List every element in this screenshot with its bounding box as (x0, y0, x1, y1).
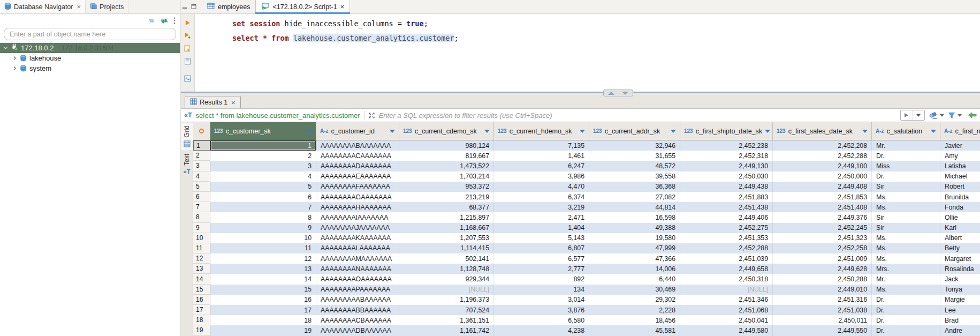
grid-cell[interactable]: 2,228 (589, 305, 680, 315)
grid-cell[interactable]: 3,014 (494, 295, 589, 305)
grid-cell[interactable]: Betty (940, 243, 980, 253)
table-row[interactable]: 1414AAAAAAAAOAAAAAAA929,3448926,4402,450… (193, 274, 980, 284)
chevron-down-icon[interactable] (940, 114, 944, 117)
grid-cell[interactable]: 2,449,438 (680, 182, 773, 192)
row-number[interactable]: 1 (193, 140, 210, 151)
grid-cell[interactable]: 31,655 (589, 151, 680, 161)
grid-cell[interactable]: 18,456 (589, 315, 680, 325)
tree-item-connection[interactable]: 172.18.0.2 172.18.0.2:31604 (0, 43, 180, 53)
grid-cell[interactable]: 6,440 (589, 274, 680, 284)
grid-cell[interactable]: 7 (210, 202, 316, 212)
grid-cell[interactable]: 2,452,275 (680, 223, 773, 233)
filter-expression-input[interactable] (379, 111, 897, 120)
grid-cell[interactable]: 36,368 (589, 182, 680, 192)
row-number[interactable]: 18 (193, 315, 210, 325)
grid-cell[interactable]: Ms. (872, 192, 940, 202)
execute-statement-icon[interactable] (184, 19, 192, 27)
grid-cell[interactable]: 49,388 (589, 223, 680, 233)
minimize-icon[interactable] (182, 3, 187, 11)
grid-cell[interactable]: Ms. (872, 243, 940, 253)
grid-cell[interactable]: AAAAAAAAIAAAAAAA (316, 212, 399, 222)
column-header-c_current_hdemo_sk[interactable]: 123c_current_hdemo_sk (494, 122, 589, 140)
row-number[interactable]: 15 (193, 285, 210, 295)
grid-cell[interactable]: 39,558 (589, 171, 680, 182)
grid-cell[interactable]: 2,450,030 (680, 171, 773, 182)
chevron-right-icon[interactable] (12, 56, 17, 61)
grid-cell[interactable]: 1 (210, 140, 316, 151)
grid-cell[interactable]: 2,451,408 (773, 202, 872, 212)
table-row[interactable]: 77AAAAAAAAHAAAAAAA68,3773,21944,8142,451… (193, 202, 980, 212)
grid-cell[interactable]: 4 (210, 171, 316, 182)
row-number[interactable]: 17 (193, 305, 210, 315)
grid-cell[interactable]: 6,807 (494, 243, 589, 253)
grid-cell[interactable]: Javier (940, 140, 980, 151)
grid-cell[interactable]: 2,451,038 (773, 305, 872, 315)
grid-cell[interactable]: 2,451,883 (680, 192, 773, 202)
grid-cell[interactable]: Dr. (872, 151, 940, 161)
grid-cell[interactable]: Brunilda (940, 192, 980, 202)
close-icon[interactable]: × (231, 99, 235, 107)
grid-cell[interactable]: 1,473,522 (399, 161, 494, 171)
table-row[interactable]: 11AAAAAAAABAAAAAAA980,1247,13532,9462,45… (193, 140, 980, 151)
column-header-c_customer_sk[interactable]: 123c_customer_sk (210, 122, 316, 140)
grid-cell[interactable]: Margaret (940, 253, 980, 264)
apply-filter-button[interactable] (900, 110, 925, 121)
column-dropdown-icon[interactable] (931, 130, 936, 133)
grid-cell[interactable]: 30,469 (589, 285, 680, 295)
grid-cell[interactable]: Sir (872, 182, 940, 192)
grid-cell[interactable]: 2,451,353 (680, 233, 773, 243)
grid-cell[interactable]: 2,451,039 (680, 253, 773, 264)
grid-cell[interactable]: 1,114,415 (399, 243, 494, 253)
column-dropdown-icon[interactable] (390, 130, 395, 133)
table-row[interactable]: 33AAAAAAAADAAAAAAA1,473,5226,24748,5722,… (193, 161, 980, 171)
grid-cell[interactable]: 5,143 (494, 233, 589, 243)
close-icon[interactable]: × (340, 3, 344, 11)
column-dropdown-icon[interactable] (671, 130, 676, 133)
grid-cell[interactable]: Andre (940, 325, 980, 335)
grid-cell[interactable]: 134 (494, 285, 589, 295)
grid-cell[interactable]: 2,451,438 (680, 202, 773, 212)
grid-cell[interactable]: 1,215,897 (399, 212, 494, 222)
grid-cell[interactable]: 2,449,406 (680, 212, 773, 222)
grid-cell[interactable]: 2,452,288 (680, 243, 773, 253)
grid-cell[interactable]: Mr. (872, 274, 940, 284)
row-number[interactable]: 9 (193, 223, 210, 233)
grid-cell[interactable]: 19,580 (589, 233, 680, 243)
collapse-down-icon[interactable] (622, 92, 628, 95)
table-row[interactable]: 1212AAAAAAAAMAAAAAAA502,1416,57747,3662,… (193, 253, 980, 264)
column-header-c_first_name[interactable]: A-zc_first_name (940, 122, 980, 140)
grid-cell[interactable]: Dr. (872, 315, 940, 325)
grid-cell[interactable]: 4,238 (494, 325, 589, 335)
grid-cell[interactable]: 32,946 (589, 140, 680, 151)
column-header-c_current_addr_sk[interactable]: 123c_current_addr_sk (589, 122, 680, 140)
grid-cell[interactable]: AAAAAAAAOAAAAAAA (316, 274, 399, 284)
table-row[interactable]: 1616AAAAAAAAABAAAAAA1,196,3733,01429,302… (193, 295, 980, 305)
grid-cell[interactable]: 953,372 (399, 182, 494, 192)
column-header-c_first_shipto_date_sk[interactable]: 123c_first_shipto_date_sk (680, 122, 773, 140)
grid-cell[interactable]: AAAAAAAADBAAAAAA (316, 325, 399, 335)
execute-script-icon[interactable] (184, 44, 192, 53)
column-header-c_customer_id[interactable]: A-zc_customer_id (316, 122, 399, 140)
grid-cell[interactable]: Sir (872, 223, 940, 233)
row-number[interactable]: 8 (193, 212, 210, 222)
grid-cell[interactable]: AAAAAAAAFAAAAAAA (316, 182, 399, 192)
grid-cell[interactable]: [NULL] (399, 285, 494, 295)
grid-cell[interactable]: 2,451,323 (773, 233, 872, 243)
row-number[interactable]: 4 (193, 171, 210, 182)
grid-cell[interactable]: Jack (940, 274, 980, 284)
table-row[interactable]: 88AAAAAAAAIAAAAAAA1,215,8972,47116,5982,… (193, 212, 980, 222)
grid-cell[interactable]: AAAAAAAABBAAAAAA (316, 305, 399, 315)
grid-cell[interactable]: AAAAAAAANAAAAAAA (316, 264, 399, 274)
row-number[interactable]: 10 (193, 233, 210, 243)
tree-item-lakehouse[interactable]: lakehouse (0, 53, 180, 63)
collapse-up-icon[interactable] (608, 92, 614, 95)
grid-cell[interactable]: AAAAAAAAABAAAAAA (316, 295, 399, 305)
grid-cell[interactable]: 6 (210, 192, 316, 202)
grid-cell[interactable]: 2,450,011 (773, 315, 872, 325)
column-dropdown-icon[interactable] (862, 130, 868, 133)
grid-cell[interactable]: 2,471 (494, 212, 589, 222)
grid-cell[interactable]: 27,082 (589, 192, 680, 202)
column-header-c_first_sales_date_sk[interactable]: 123c_first_sales_date_sk (773, 122, 872, 140)
grid-cell[interactable]: 2,449,408 (773, 182, 872, 192)
table-row[interactable]: 1919AAAAAAAADBAAAAAA1,161,7424,23845,581… (193, 325, 980, 335)
